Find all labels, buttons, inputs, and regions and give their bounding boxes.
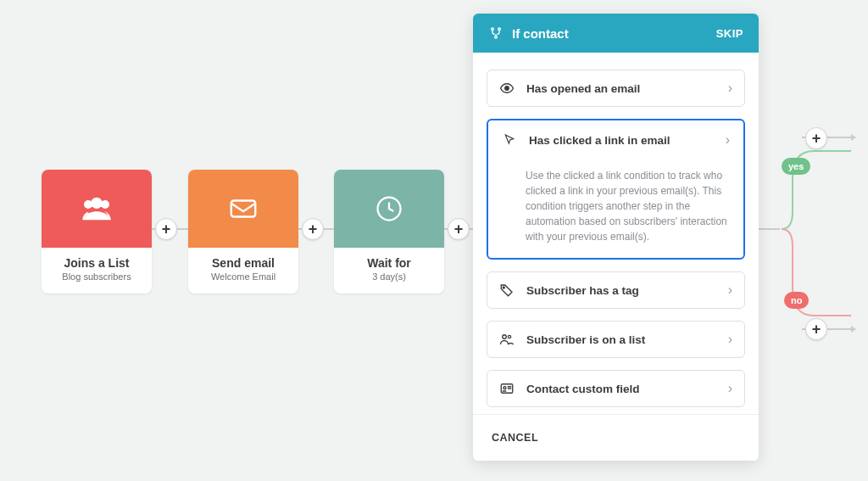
tag-icon	[499, 282, 515, 298]
card-subtitle: 3 day(s)	[339, 271, 439, 282]
option-title: Subscriber has a tag	[526, 284, 716, 297]
card-icon-area	[188, 170, 298, 248]
step-card-wait-for[interactable]: Wait for 3 day(s)	[334, 170, 444, 294]
card-title: Joins a List	[47, 256, 147, 270]
chevron-right-icon: ›	[728, 81, 732, 96]
option-title: Subscriber is on a list	[526, 333, 716, 346]
chevron-right-icon: ›	[728, 332, 732, 347]
option-opened-email[interactable]: Has opened an email ›	[487, 70, 745, 107]
users-list-icon	[499, 332, 515, 347]
chevron-right-icon: ›	[726, 132, 730, 148]
card-subtitle: Welcome Email	[193, 271, 293, 282]
card-subtitle: Blog subscribers	[47, 271, 147, 282]
users-icon	[80, 192, 114, 226]
option-description: Use the clicked a link condition to trac…	[502, 168, 730, 244]
option-title: Has opened an email	[526, 82, 716, 95]
option-title: Contact custom field	[526, 383, 716, 395]
svg-point-9	[498, 28, 501, 31]
card-icon-area	[42, 170, 152, 248]
svg-point-14	[508, 335, 510, 338]
branch-no-label: no	[784, 292, 809, 309]
condition-panel: If contact SKIP Has opened an email › Ha…	[473, 14, 759, 461]
step-card-send-email[interactable]: Send email Welcome Email	[188, 170, 298, 294]
card-icon	[499, 381, 515, 396]
panel-body: Has opened an email › Has clicked a link…	[473, 53, 759, 414]
option-on-list[interactable]: Subscriber is on a list ›	[487, 321, 745, 358]
add-step-button[interactable]: +	[155, 218, 177, 240]
eye-icon	[499, 81, 515, 96]
add-step-button[interactable]: +	[805, 127, 827, 149]
chevron-right-icon: ›	[728, 282, 732, 298]
svg-point-16	[504, 387, 506, 389]
chevron-right-icon: ›	[728, 381, 732, 396]
skip-button[interactable]: SKIP	[716, 27, 743, 40]
arrowhead-icon	[851, 134, 856, 141]
svg-point-10	[495, 36, 498, 38]
arrowhead-icon	[851, 326, 856, 333]
branch-yes-label: yes	[782, 158, 810, 175]
add-step-button[interactable]: +	[805, 318, 827, 340]
panel-title: If contact	[512, 26, 716, 41]
card-icon-area	[334, 170, 444, 248]
svg-point-13	[503, 335, 507, 339]
step-card-joins-list[interactable]: Joins a List Blog subscribers	[42, 170, 152, 294]
svg-point-12	[503, 287, 504, 288]
svg-point-8	[492, 28, 494, 31]
option-clicked-link[interactable]: Has clicked a link in email › Use the cl…	[487, 119, 745, 260]
add-step-button[interactable]: +	[448, 218, 470, 240]
svg-rect-6	[231, 201, 256, 217]
add-step-button[interactable]: +	[302, 218, 324, 240]
cursor-icon	[502, 132, 517, 148]
panel-header: If contact SKIP	[473, 14, 759, 53]
branch-icon	[488, 25, 504, 41]
mail-icon	[226, 192, 260, 226]
option-has-tag[interactable]: Subscriber has a tag ›	[487, 271, 745, 309]
cancel-button[interactable]: CANCEL	[473, 414, 759, 461]
clock-icon	[372, 192, 406, 226]
option-custom-field[interactable]: Contact custom field ›	[487, 370, 745, 407]
option-title: Has clicked a link in email	[529, 134, 714, 147]
svg-point-11	[505, 87, 509, 91]
card-title: Wait for	[339, 256, 439, 270]
card-title: Send email	[193, 256, 293, 270]
